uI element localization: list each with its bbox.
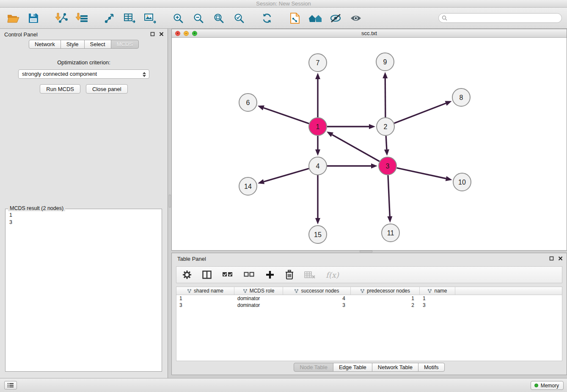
graph-edge-2-9[interactable] xyxy=(385,78,385,117)
window-title: Session: New Session xyxy=(256,0,311,7)
minimize-window-button[interactable]: − xyxy=(184,31,189,36)
unselect-all-icon xyxy=(244,271,255,279)
zoom-fit-icon xyxy=(213,13,224,24)
splitter-grip-horizontal[interactable] xyxy=(360,251,372,252)
memory-button[interactable]: Memory xyxy=(531,381,564,390)
graph-node-15[interactable]: 15 xyxy=(309,226,327,243)
table-cell[interactable]: 3 xyxy=(420,302,455,309)
graph-node-10[interactable]: 10 xyxy=(453,173,471,191)
column-header-successor-nodes[interactable]: successor nodes xyxy=(283,287,351,295)
graph-edge-2-8[interactable] xyxy=(394,103,446,123)
float-panel-icon[interactable] xyxy=(150,32,155,36)
graph-node-6[interactable]: 6 xyxy=(239,94,257,111)
network-canvas[interactable]: 7968124314101511 xyxy=(172,38,567,250)
column-header-predecessor-nodes[interactable]: predecessor nodes xyxy=(351,287,420,295)
table-cell[interactable]: dominator xyxy=(234,295,283,302)
graph-edge-4-14[interactable] xyxy=(264,168,308,182)
zoom-out-button[interactable] xyxy=(190,10,206,26)
delete-table-icon xyxy=(304,271,315,279)
column-header-shared-name[interactable]: shared name xyxy=(176,287,234,295)
import-network-button[interactable] xyxy=(53,10,69,26)
graph-node-7[interactable]: 7 xyxy=(309,54,327,72)
memory-button-label: Memory xyxy=(541,383,559,389)
delete-column-button[interactable] xyxy=(285,270,294,280)
table-settings-button[interactable] xyxy=(182,270,192,279)
graph-node-2[interactable]: 2 xyxy=(377,118,394,135)
import-table-button[interactable] xyxy=(74,10,90,26)
export-network-button[interactable] xyxy=(102,10,118,26)
table-row-1[interactable]: 1dominator411 xyxy=(176,295,562,302)
table-cell[interactable]: 4 xyxy=(283,295,351,302)
export-table-button[interactable] xyxy=(122,10,138,26)
table-tab-node-table[interactable]: Node Table xyxy=(294,363,333,372)
graph-edge-3-11[interactable] xyxy=(388,175,390,216)
zoom-in-button[interactable] xyxy=(170,10,186,26)
graph-node-3[interactable]: 3 xyxy=(379,157,396,175)
float-table-panel-icon[interactable] xyxy=(549,256,554,261)
task-history-button[interactable] xyxy=(4,381,17,389)
graph-edge-3-10[interactable] xyxy=(397,168,446,179)
optimization-criterion-label: Optimization criterion: xyxy=(0,59,168,66)
tab-network[interactable]: Network xyxy=(29,40,61,49)
select-all-columns-button[interactable] xyxy=(222,271,233,279)
zoom-selected-button[interactable] xyxy=(231,10,247,26)
splitter-grip-vertical[interactable] xyxy=(169,195,171,207)
export-image-button[interactable] xyxy=(142,10,158,26)
close-window-button[interactable]: × xyxy=(175,31,180,36)
graph-edge-2-3[interactable] xyxy=(386,136,387,149)
graph-edge-3-1[interactable] xyxy=(332,135,380,161)
graph-node-4[interactable]: 4 xyxy=(309,157,327,175)
search-input[interactable] xyxy=(449,15,559,21)
show-columns-button[interactable] xyxy=(202,271,212,279)
create-column-button[interactable] xyxy=(265,270,275,279)
table-cell[interactable]: 1 xyxy=(351,295,420,302)
table-tab-edge-table[interactable]: Edge Table xyxy=(333,363,372,372)
table-panel-header: Table Panel xyxy=(172,253,567,264)
save-button[interactable] xyxy=(25,10,41,26)
eye-icon xyxy=(350,14,362,22)
column-header-MCDS-role[interactable]: MCDS role xyxy=(234,287,283,295)
table-cell[interactable]: 1 xyxy=(176,295,234,302)
tab-style[interactable]: Style xyxy=(61,40,85,49)
column-header-name[interactable]: name xyxy=(420,287,455,295)
svg-text:15: 15 xyxy=(314,231,322,238)
graph-edge-1-6[interactable] xyxy=(264,108,309,124)
graph-node-9[interactable]: 9 xyxy=(376,53,394,71)
table-panel: Table Panel xyxy=(171,253,567,375)
run-mcds-button[interactable]: Run MCDS xyxy=(40,84,80,94)
maximize-window-button[interactable]: + xyxy=(192,31,197,36)
optimization-criterion-dropdown[interactable]: strongly connected component xyxy=(18,69,149,79)
graph-node-11[interactable]: 11 xyxy=(382,224,399,242)
column-header-label: shared name xyxy=(194,288,223,294)
table-cell[interactable]: 2 xyxy=(351,302,420,309)
tab-mcds[interactable]: MCDS xyxy=(111,40,139,49)
tab-select[interactable]: Select xyxy=(84,40,111,49)
zoom-fit-button[interactable] xyxy=(211,10,227,26)
show-details-button[interactable] xyxy=(348,10,364,26)
unselect-all-columns-button[interactable] xyxy=(244,271,255,279)
save-icon xyxy=(28,13,39,24)
open-file-button[interactable] xyxy=(5,10,21,26)
close-panel-button[interactable]: Close panel xyxy=(86,84,128,94)
table-row-2[interactable]: 3dominator323 xyxy=(176,302,562,309)
table-cell[interactable]: dominator xyxy=(234,302,283,309)
column-type-icon xyxy=(360,289,365,293)
graph-node-14[interactable]: 14 xyxy=(239,177,257,195)
close-panel-icon[interactable] xyxy=(159,32,164,36)
graph-node-1[interactable]: 1 xyxy=(309,118,327,135)
close-table-panel-icon[interactable] xyxy=(558,256,563,261)
table-cell[interactable]: 3 xyxy=(176,302,234,309)
mcds-result-line: 3 xyxy=(9,219,158,226)
table-cell[interactable]: 1 xyxy=(420,295,455,302)
table-tab-motifs[interactable]: Motifs xyxy=(418,363,445,372)
graph-node-8[interactable]: 8 xyxy=(452,88,470,106)
visual-properties-icon xyxy=(330,14,341,23)
import-database-button[interactable] xyxy=(287,10,303,26)
refresh-button[interactable] xyxy=(259,10,275,26)
graph-edge-arrow xyxy=(315,218,320,224)
table-tab-network-table[interactable]: Network Table xyxy=(372,363,418,372)
control-panel-title: Control Panel xyxy=(4,31,38,38)
table-cell[interactable]: 3 xyxy=(283,302,351,309)
home-button[interactable] xyxy=(307,10,323,26)
visual-properties-button[interactable] xyxy=(328,10,344,26)
